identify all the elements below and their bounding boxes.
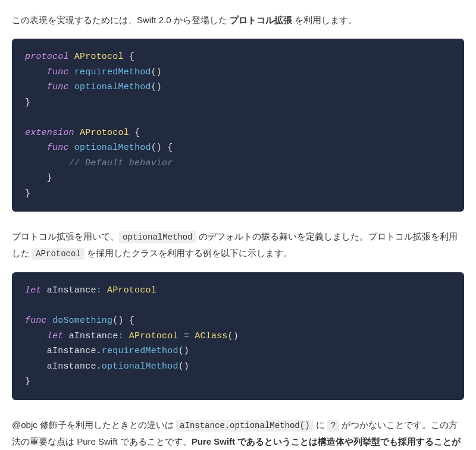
- parens: (): [178, 346, 189, 356]
- inline-code: AProtocol: [32, 248, 84, 260]
- dot: .: [96, 346, 102, 356]
- code-block-1: protocol AProtocol { func requiredMethod…: [12, 39, 464, 212]
- type-name: AProtocol: [129, 331, 178, 341]
- text: を採用したクラスを利用する例を以下に示します。: [84, 248, 292, 258]
- text: この表現を実現するためには、Swift 2.0 から登場した: [12, 15, 230, 25]
- paragraph-2: プロトコル拡張を用いて、optionalMethod のデフォルトの振る舞いを定…: [12, 228, 464, 262]
- keyword: protocol: [25, 52, 69, 62]
- paragraph-1: この表現を実現するためには、Swift 2.0 から登場した プロトコル拡張 を…: [12, 12, 464, 28]
- parens: (): [151, 67, 162, 77]
- variable: aInstance: [69, 331, 118, 341]
- brace: }: [25, 188, 30, 199]
- operator: :: [96, 285, 102, 295]
- function-name: doSomething: [52, 316, 112, 326]
- keyword: func: [25, 316, 47, 326]
- bold-text: プロトコル拡張: [230, 15, 292, 25]
- operator: =: [184, 331, 189, 341]
- parens: (): [178, 361, 189, 372]
- keyword: func: [47, 143, 69, 153]
- identifier: aInstance: [47, 361, 96, 372]
- inline-code: aInstance.optionalMethod(): [176, 420, 313, 432]
- text: を利用します。: [292, 15, 357, 25]
- type-name: AProtocol: [107, 285, 156, 295]
- parens: (): [228, 331, 239, 341]
- keyword: let: [47, 331, 64, 341]
- function-name: optionalMethod: [74, 143, 151, 153]
- keyword: func: [47, 82, 69, 92]
- brace: {: [167, 143, 173, 153]
- brace: }: [47, 173, 52, 183]
- inline-code: ?: [327, 420, 339, 432]
- type-name: AProtocol: [80, 128, 129, 138]
- type-name: AProtocol: [74, 52, 124, 62]
- brace: }: [25, 376, 30, 386]
- code-block-2: let aInstance: AProtocol func doSomethin…: [12, 272, 464, 400]
- brace: {: [129, 52, 134, 62]
- keyword: func: [47, 67, 69, 77]
- brace: {: [134, 128, 140, 138]
- type-name: AClass: [195, 331, 227, 341]
- text: @objc 修飾子を利用したときとの違いは: [12, 420, 176, 430]
- brace: }: [25, 97, 30, 108]
- article-content: この表現を実現するためには、Swift 2.0 から登場した プロトコル拡張 を…: [12, 12, 464, 450]
- identifier: aInstance: [47, 346, 96, 356]
- dot: .: [96, 361, 102, 372]
- variable: aInstance: [47, 285, 96, 295]
- text: プロトコル拡張を用いて、: [12, 231, 119, 241]
- text: に: [314, 420, 327, 430]
- paragraph-3: @objc 修飾子を利用したときとの違いは aInstance.optional…: [12, 417, 464, 450]
- parens: (): [151, 82, 162, 92]
- parens: (): [151, 143, 162, 153]
- inline-code: optionalMethod: [119, 231, 196, 243]
- operator: :: [118, 331, 123, 341]
- function-name: requiredMethod: [74, 67, 151, 77]
- keyword: extension: [25, 128, 74, 138]
- brace: {: [129, 316, 134, 326]
- keyword: let: [25, 285, 42, 295]
- parens: (): [112, 316, 123, 326]
- function-name: optionalMethod: [102, 361, 178, 372]
- function-name: optionalMethod: [74, 82, 151, 92]
- comment: // Default behavior: [69, 158, 173, 168]
- function-name: requiredMethod: [102, 346, 178, 356]
